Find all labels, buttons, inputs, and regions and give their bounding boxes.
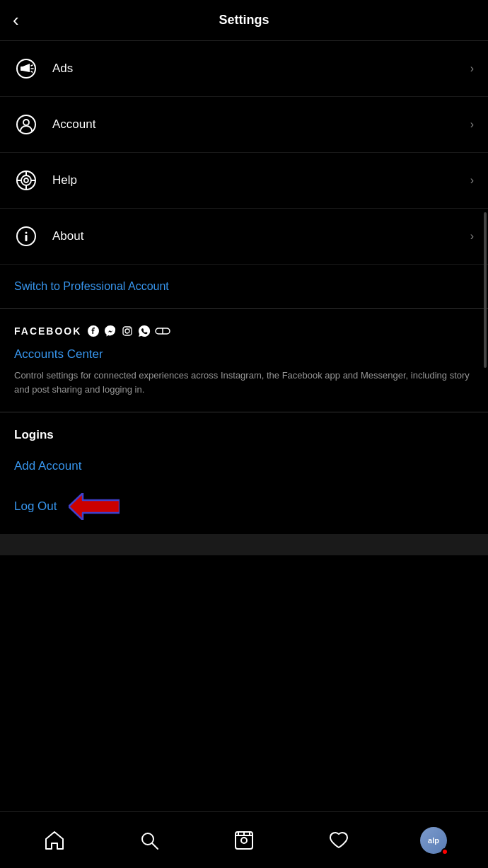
account-chevron: › [470,118,474,131]
svg-point-28 [241,838,247,843]
about-label: About [52,229,83,243]
bottom-nav: alp [0,811,488,868]
ads-icon [14,57,38,81]
ads-menu-item-left: Ads [14,57,73,81]
facebook-description: Control settings for connected experienc… [14,369,474,396]
header: ‹ Settings [0,0,488,41]
help-label: Help [52,173,77,187]
svg-point-6 [17,115,35,134]
about-chevron: › [470,230,474,243]
account-menu-item[interactable]: Account › [0,97,488,153]
ads-chevron: › [470,62,474,75]
svg-point-20 [130,328,132,329]
menu-list: Ads › Account › [0,41,488,265]
account-icon [14,112,38,137]
add-account-link[interactable]: Add Account [14,459,474,473]
logins-title: Logins [14,428,474,442]
facebook-brand: FACEBOOK [14,325,81,337]
ads-label: Ads [52,62,73,76]
logout-link[interactable]: Log Out [14,499,57,514]
avatar: alp [420,827,447,854]
svg-marker-23 [69,493,120,520]
svg-point-10 [24,178,28,183]
pro-switch-section[interactable]: Switch to Professional Account [0,265,488,309]
svg-line-5 [31,71,33,72]
back-button[interactable]: ‹ [13,9,19,31]
nav-likes[interactable] [318,819,360,862]
info-icon [14,224,38,248]
facebook-icons [87,325,170,337]
nav-search[interactable] [128,819,170,862]
notification-dot [441,848,448,855]
svg-line-3 [31,65,33,66]
svg-marker-1 [23,64,30,72]
about-menu-item[interactable]: About › [0,209,488,265]
scrollbar-track[interactable] [484,212,487,368]
help-menu-item-left: Help [14,168,77,192]
about-menu-item-left: About [14,224,83,248]
help-chevron: › [470,174,474,187]
help-icon [14,168,38,192]
accounts-center-link[interactable]: Accounts Center [14,347,474,361]
account-label: Account [52,117,95,132]
messenger-icon [104,325,117,337]
nav-profile[interactable]: alp [412,819,455,862]
nav-reels[interactable] [223,819,265,862]
svg-point-16 [25,232,28,234]
svg-rect-17 [25,235,28,241]
whatsapp-icon [138,325,151,337]
logout-arrow-annotation [69,493,120,520]
meta-icon [155,325,170,337]
facebook-header: FACEBOOK [14,325,474,337]
logout-row: Log Out [14,493,474,520]
svg-rect-2 [21,66,23,71]
pro-switch-label: Switch to Professional Account [14,280,169,292]
help-menu-item[interactable]: Help › [0,153,488,209]
ads-menu-item[interactable]: Ads › [0,41,488,97]
avatar-initials: alp [428,836,439,845]
svg-point-9 [21,175,31,185]
page-title: Settings [219,13,269,28]
facebook-f-icon [87,325,100,337]
svg-point-7 [23,120,29,125]
svg-line-26 [152,843,158,849]
logins-section: Logins Add Account Log Out [0,412,488,520]
nav-home[interactable] [33,819,76,862]
svg-point-19 [125,329,129,333]
account-menu-item-left: Account [14,112,95,137]
facebook-section: FACEBOOK [0,309,488,412]
instagram-icon [121,325,134,337]
bottom-gray-bar [0,534,488,555]
